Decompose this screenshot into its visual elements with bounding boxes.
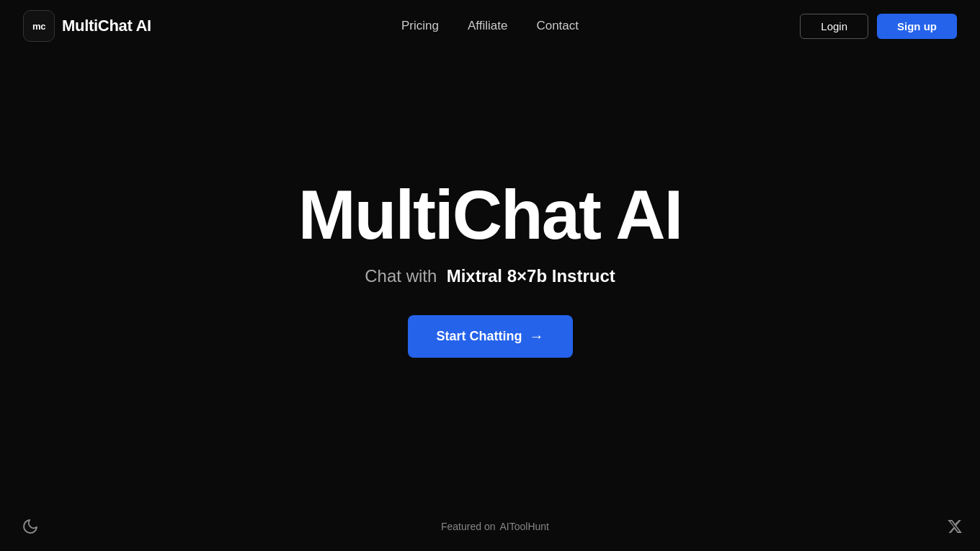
navbar: mc MultiChat AI Pricing Affiliate Contac… [0, 0, 980, 52]
brand-logo[interactable]: mc MultiChat AI [23, 10, 151, 42]
theme-toggle-button[interactable] [17, 513, 43, 539]
start-chatting-label: Start Chatting [437, 329, 522, 344]
arrow-icon: → [530, 328, 544, 345]
nav-link-contact[interactable]: Contact [536, 19, 579, 33]
hero-title: MultiChat AI [298, 179, 682, 252]
footer-featured-text: Featured on [441, 521, 496, 532]
brand-name: MultiChat AI [62, 17, 151, 35]
nav-links: Pricing Affiliate Contact [401, 19, 579, 33]
nav-link-pricing[interactable]: Pricing [401, 19, 439, 33]
footer-featured: Featured on AIToolHunt [441, 521, 549, 532]
hero-section: MultiChat AI Chat with Mixtral 8×7b Inst… [0, 52, 980, 470]
login-button[interactable]: Login [800, 14, 868, 39]
footer-bar: Featured on AIToolHunt [0, 502, 980, 551]
start-chatting-button[interactable]: Start Chatting → [408, 315, 573, 358]
logo-mc-text: mc [32, 21, 45, 32]
x-logo-icon [947, 519, 963, 534]
moon-icon [22, 518, 39, 535]
logo-icon: mc [23, 10, 55, 42]
nav-actions: Login Sign up [800, 14, 957, 39]
footer-featured-platform: AIToolHunt [500, 521, 549, 532]
signup-button[interactable]: Sign up [877, 14, 957, 39]
nav-link-affiliate[interactable]: Affiliate [468, 19, 507, 33]
x-twitter-button[interactable] [947, 519, 963, 534]
hero-subtitle-highlight: Mixtral 8×7b Instruct [447, 266, 615, 286]
hero-subtitle: Chat with Mixtral 8×7b Instruct [365, 266, 615, 286]
hero-subtitle-prefix: Chat with [365, 266, 437, 286]
